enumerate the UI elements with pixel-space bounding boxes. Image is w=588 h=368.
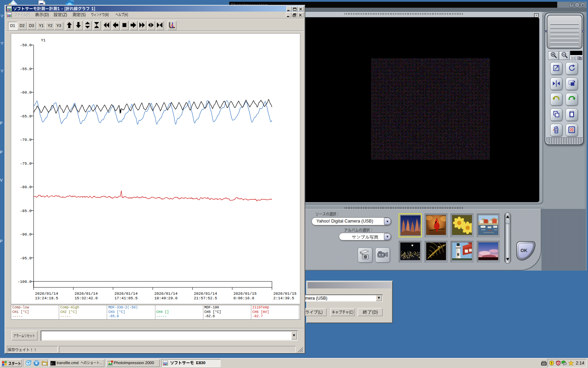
svg-text:2026/01/14: 2026/01/14 xyxy=(35,292,58,296)
svg-text:2026/01/15: 2026/01/15 xyxy=(273,292,296,296)
svg-text:!: ! xyxy=(551,361,552,365)
svg-text:2:14:39.5: 2:14:39.5 xyxy=(273,296,294,300)
svg-text:15:32:42.0: 15:32:42.0 xyxy=(75,296,98,300)
svg-text:2026/01/15: 2026/01/15 xyxy=(233,292,257,296)
svg-text:13:24:18.5: 13:24:18.5 xyxy=(35,296,58,300)
svg-text:-100.0: -100.0 xyxy=(18,280,31,284)
svg-text:-70.0: -70.0 xyxy=(20,138,31,142)
svg-text:17:41:05.5: 17:41:05.5 xyxy=(114,296,138,300)
svg-text:-80.0: -80.0 xyxy=(20,185,31,189)
svg-text:-50.0: -50.0 xyxy=(20,43,31,47)
svg-text:OK: OK xyxy=(520,248,527,253)
svg-text:2026/01/14: 2026/01/14 xyxy=(75,292,98,296)
svg-text:2026/01/14: 2026/01/14 xyxy=(194,292,217,296)
svg-text:2026/01/14: 2026/01/14 xyxy=(114,292,138,296)
svg-text:C:: C: xyxy=(51,362,55,365)
svg-text:Y1: Y1 xyxy=(41,38,46,42)
svg-text:-75.0: -75.0 xyxy=(20,162,31,166)
svg-text:2026/01/14: 2026/01/14 xyxy=(154,292,177,296)
svg-text:-60.0: -60.0 xyxy=(20,90,31,95)
svg-text:-90.0: -90.0 xyxy=(20,232,31,237)
svg-text:-95.0: -95.0 xyxy=(20,256,31,260)
svg-text:0:06:16.0: 0:06:16.0 xyxy=(233,296,254,300)
svg-text:-55.0: -55.0 xyxy=(20,67,31,71)
svg-text:19:49:29.0: 19:49:29.0 xyxy=(154,296,177,300)
svg-text:21:57:52.5: 21:57:52.5 xyxy=(194,296,217,300)
svg-text:-65.0: -65.0 xyxy=(20,114,31,118)
svg-text:-85.0: -85.0 xyxy=(20,209,31,213)
